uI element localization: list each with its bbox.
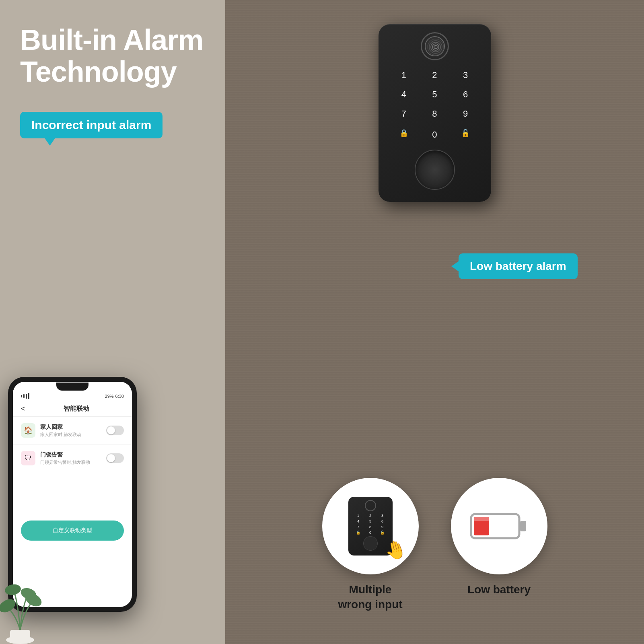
svg-point-2 bbox=[0, 597, 18, 615]
smart-lock-device: 1 2 3 4 5 6 7 8 9 🔒 0 🔓 bbox=[379, 24, 491, 202]
battery-percent: 29% bbox=[105, 394, 114, 399]
signal-indicators bbox=[21, 393, 29, 399]
low-battery-label: Low battery bbox=[467, 582, 531, 597]
svg-rect-14 bbox=[474, 517, 489, 521]
svg-point-6 bbox=[434, 45, 437, 49]
svg-point-10 bbox=[428, 39, 444, 55]
mini-fingerprint bbox=[365, 500, 376, 511]
mini-key-9: 9 bbox=[377, 525, 388, 529]
incorrect-alarm-badge: Incorrect input alarm bbox=[20, 112, 163, 138]
signal-bar-3 bbox=[26, 394, 27, 399]
wrong-input-label: Multiplewrong input bbox=[338, 582, 402, 612]
key-7: 7 bbox=[391, 106, 418, 121]
lock-body: 1 2 3 4 5 6 7 8 9 🔒 0 🔓 bbox=[379, 24, 491, 202]
signal-bar-1 bbox=[21, 395, 22, 397]
item-home-title: 家人回家 bbox=[40, 424, 106, 431]
custom-link-btn[interactable]: 自定义联动类型 bbox=[21, 521, 124, 541]
svg-rect-12 bbox=[520, 521, 526, 531]
mini-keypad: 1 2 3 4 5 6 7 8 9 bbox=[353, 514, 388, 529]
right-panel: 1 2 3 4 5 6 7 8 9 🔒 0 🔓 Low battery alar… bbox=[225, 0, 644, 644]
low-battery-circle bbox=[451, 478, 547, 574]
item-home-subtitle: 家人回家时,触发联动 bbox=[40, 432, 106, 438]
key-9: 9 bbox=[452, 106, 479, 121]
wrong-input-circle: 1 2 3 4 5 6 7 8 9 🔒 0 bbox=[322, 478, 419, 574]
clock: 6:30 bbox=[115, 394, 124, 399]
main-headline: Built-in Alarm Technology bbox=[20, 24, 205, 88]
fingerprint-sensor bbox=[421, 32, 449, 60]
list-item-home: 🏠 家人回家 家人回家时,触发联动 bbox=[13, 417, 132, 444]
mini-key-4: 4 bbox=[353, 519, 364, 523]
key-1: 1 bbox=[391, 68, 418, 83]
toggle-home[interactable] bbox=[106, 426, 124, 435]
wrong-input-item: 1 2 3 4 5 6 7 8 9 🔒 0 bbox=[322, 478, 419, 612]
key-symbols: 🔒 0 🔓 bbox=[391, 127, 479, 142]
screen-spacer bbox=[13, 472, 132, 512]
mini-key-8: 8 bbox=[365, 525, 376, 529]
mini-key-1: 1 bbox=[353, 514, 364, 518]
key-lock: 🔒 bbox=[391, 127, 418, 142]
mini-key-3: 3 bbox=[377, 514, 388, 518]
mini-key-zero: 0 bbox=[365, 531, 376, 535]
item-lock-title: 门锁告警 bbox=[40, 451, 106, 459]
toggle-lock[interactable] bbox=[106, 453, 124, 463]
mini-key-lock: 🔒 bbox=[353, 531, 364, 535]
mini-key-6: 6 bbox=[377, 519, 388, 523]
phone-status-right: 29% 6:30 bbox=[105, 394, 124, 399]
item-home-text: 家人回家 家人回家时,触发联动 bbox=[40, 424, 106, 438]
battery-svg bbox=[469, 510, 529, 542]
svg-point-7 bbox=[432, 44, 439, 50]
home-icon: 🏠 bbox=[21, 423, 35, 438]
back-button[interactable]: < bbox=[21, 405, 25, 413]
svg-point-4 bbox=[4, 583, 22, 597]
thumb-pad bbox=[415, 150, 455, 190]
mini-key-2: 2 bbox=[365, 514, 376, 518]
list-item-lock: 🛡 门锁告警 门锁异常告警时,触发联动 bbox=[13, 444, 132, 472]
key-0: 0 bbox=[421, 127, 448, 142]
mini-key-7: 7 bbox=[353, 525, 364, 529]
mini-thumb-pad bbox=[363, 536, 378, 551]
mini-key-unlock: 🔓 bbox=[377, 531, 388, 535]
signal-bar-2 bbox=[23, 394, 25, 398]
key-8: 8 bbox=[421, 106, 448, 121]
svg-point-9 bbox=[429, 41, 442, 53]
low-battery-item: Low battery bbox=[451, 478, 547, 612]
key-3: 3 bbox=[452, 68, 479, 83]
low-battery-badge: Low battery alarm bbox=[459, 253, 578, 279]
wrong-input-content: 1 2 3 4 5 6 7 8 9 🔒 0 bbox=[330, 486, 411, 566]
lock-alert-icon: 🛡 bbox=[21, 451, 35, 465]
bottom-circles: 1 2 3 4 5 6 7 8 9 🔒 0 bbox=[225, 478, 644, 612]
phone-notch bbox=[56, 383, 88, 391]
key-4: 4 bbox=[391, 87, 418, 102]
mini-bottom-keys: 🔒 0 🔓 bbox=[353, 531, 388, 535]
keypad: 1 2 3 4 5 6 7 8 9 bbox=[391, 68, 479, 121]
left-panel: Built-in Alarm Technology Incorrect inpu… bbox=[0, 0, 225, 644]
fingerprint-inner bbox=[425, 36, 445, 56]
screen-title: 智能联动 bbox=[29, 405, 124, 413]
key-unlock: 🔓 bbox=[452, 127, 479, 142]
mini-key-5: 5 bbox=[365, 519, 376, 523]
key-2: 2 bbox=[421, 68, 448, 83]
item-lock-text: 门锁告警 门锁异常告警时,触发联动 bbox=[40, 451, 106, 465]
signal-bar-4 bbox=[28, 393, 29, 399]
key-6: 6 bbox=[452, 87, 479, 102]
phone-header: < 智能联动 bbox=[13, 401, 132, 417]
key-5: 5 bbox=[421, 87, 448, 102]
plant-decoration bbox=[0, 564, 48, 644]
item-lock-subtitle: 门锁异常告警时,触发联动 bbox=[40, 459, 106, 465]
svg-rect-1 bbox=[10, 630, 30, 642]
